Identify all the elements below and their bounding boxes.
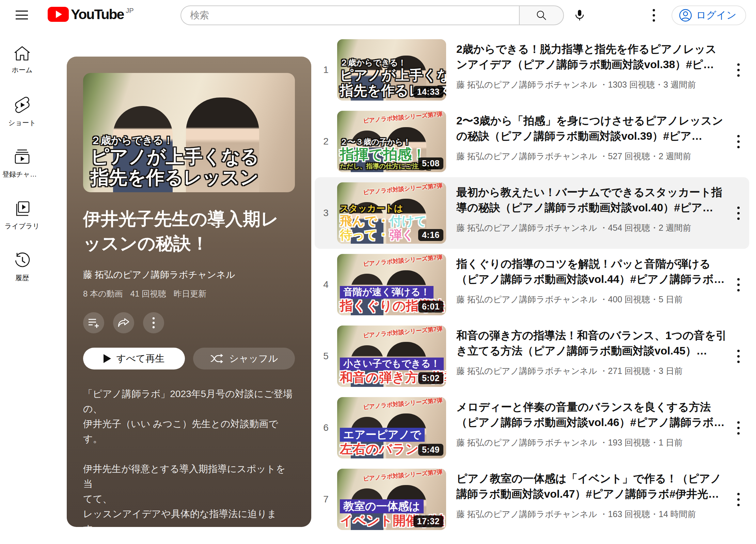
playlist-description[interactable]: 「ピアノ講師ラボ」2023年5月号の対談にご登場 の、 伊井光子（いい みつこ）… (83, 387, 294, 537)
video-index: 6 (315, 422, 337, 433)
video-thumbnail[interactable]: ピアノラボ対談シリーズ第7弾 エアーピアノで左右のバランス 5:49 (337, 397, 446, 458)
video-info: 最初から教えたい！バーナムでできるスタッカート指導の秘訣（ピアノ講師ラボ動画対談… (456, 177, 727, 249)
video-meta[interactable]: 藤 拓弘のピアノ講師ラボチャンネル ・193 回視聴・1 日前 (456, 437, 727, 448)
video-meta[interactable]: 藤 拓弘のピアノ講師ラボチャンネル ・163 回視聴・14 時間前 (456, 509, 727, 520)
subscriptions-icon (14, 149, 30, 165)
video-meta[interactable]: 藤 拓弘のピアノ講師ラボチャンネル ・271 回視聴・3 日前 (456, 365, 727, 377)
video-thumbnail[interactable]: ピアノラボ対談シリーズ第7弾 音階が速く弾ける！指くぐりの指導法 6:01 (337, 254, 446, 315)
playlist-updated: 昨日更新 (174, 288, 206, 299)
video-title[interactable]: 和音の弾き方の指導法！和音のバランス、1つの音を引き立てる方法（ピアノ講師ラボ動… (456, 328, 727, 359)
video-duration-badge: 4:16 (418, 229, 443, 241)
video-row[interactable]: 4 ピアノラボ対談シリーズ第7弾 音階が速く弾ける！指くぐりの指導法 6:01 … (315, 249, 749, 320)
playlist-action-row (83, 312, 295, 333)
youtube-wordmark: YouTube (71, 7, 124, 22)
sidebar-item-home[interactable]: ホーム (0, 34, 44, 86)
video-row[interactable]: 2 ピアノラボ対談シリーズ第7弾 ２〜３歳の子から！指揮で拍感！ただし、指導の仕… (315, 106, 749, 177)
guide-menu-button[interactable] (16, 9, 29, 21)
video-title[interactable]: 2歳からできる！脱力指導と指先を作るピアノレッスンアイデア（ピアノ講師ラボ動画対… (456, 42, 727, 72)
video-menu-button[interactable] (727, 275, 749, 295)
video-thumbnail[interactable]: ２歳からできる！ピアノが上手くなる指先を作るレッスン 14:33 (337, 39, 446, 101)
video-row[interactable]: 5 ピアノラボ対談シリーズ第7弾 小さい子でもできる！和音の弾き方の指導 5:0… (315, 320, 749, 392)
sidebar-item-history[interactable]: 履歴 (0, 241, 44, 293)
search-box[interactable] (180, 5, 519, 25)
library-icon (14, 200, 30, 217)
shuffle-button[interactable]: シャッフル (193, 348, 295, 369)
video-title[interactable]: ピアノ教室の一体感は「イベント」で作る！（ピアノ講師ラボ動画対談vol.47）#… (456, 471, 727, 502)
playlist-add-icon (88, 318, 99, 328)
login-label: ログイン (696, 9, 737, 22)
guide-sidebar: ホーム ショート 登録チャン... ライブラリ 履歴 (0, 34, 44, 293)
video-info: 指くぐりの指導のコツを解説！パッと音階が弾ける（ピアノ講師ラボ動画対談vol.4… (456, 249, 727, 320)
play-icon (104, 354, 111, 363)
sidebar-item-subscriptions[interactable]: 登録チャン... (0, 138, 44, 190)
search-button[interactable] (519, 5, 564, 25)
thumbnail-series-badge: ピアノラボ対談シリーズ第7弾 (363, 469, 443, 483)
video-menu-button[interactable] (727, 60, 749, 80)
video-row[interactable]: 7 ピアノラボ対談シリーズ第7弾 教室の一体感はイベント開催が鍵 17:32 ピ… (315, 464, 749, 535)
shuffle-label: シャッフル (229, 352, 278, 365)
video-info: メロディーと伴奏の音量のバランスを良くする方法（ピアノ講師ラボ動画対談vol.4… (456, 392, 727, 464)
video-meta[interactable]: 藤 拓弘のピアノ講師ラボチャンネル ・527 回視聴・2 週間前 (456, 151, 727, 162)
youtube-play-icon (48, 7, 69, 22)
region-badge: JP (126, 7, 133, 15)
video-index: 7 (315, 494, 337, 505)
video-index: 4 (315, 279, 337, 290)
video-index: 3 (315, 208, 337, 218)
account-icon (679, 9, 692, 22)
search-input[interactable] (190, 10, 497, 21)
share-button[interactable] (113, 312, 134, 333)
video-row[interactable]: 1 ２歳からできる！ピアノが上手くなる指先を作るレッスン 14:33 2歳からで… (315, 34, 749, 106)
thumbnail-series-badge: ピアノラボ対談シリーズ第7弾 (363, 254, 443, 268)
playlist-more-button[interactable] (143, 312, 164, 333)
top-app-bar: YouTube JP ログイン (0, 0, 756, 30)
microphone-icon (574, 9, 585, 21)
video-title[interactable]: 指くぐりの指導のコツを解説！パッと音階が弾ける（ピアノ講師ラボ動画対談vol.4… (456, 256, 727, 287)
settings-menu-button[interactable] (644, 6, 663, 25)
login-button[interactable]: ログイン (672, 5, 746, 25)
sidebar-label: 登録チャン... (2, 170, 42, 179)
kebab-menu-icon (152, 317, 155, 329)
video-menu-button[interactable] (727, 418, 749, 438)
shuffle-icon (210, 353, 224, 364)
play-all-label: すべて再生 (116, 352, 165, 365)
video-row[interactable]: 3 ピアノラボ対談シリーズ第7弾 スタッカートは飛んで・付けて待って・弾く 4:… (315, 177, 749, 249)
sidebar-item-shorts[interactable]: ショート (0, 86, 44, 138)
video-title[interactable]: 最初から教えたい！バーナムでできるスタッカート指導の秘訣（ピアノ講師ラボ動画対談… (456, 185, 727, 215)
playlist-view-count: 41 回視聴 (130, 288, 166, 299)
sidebar-label: ショート (8, 118, 36, 127)
video-thumbnail[interactable]: ピアノラボ対談シリーズ第7弾 教室の一体感はイベント開催が鍵 17:32 (337, 469, 446, 530)
share-icon (117, 317, 130, 328)
video-title[interactable]: 2〜3歳から「拍感」を身につけさせるピアノレッスンの秘訣（ピアノ講師ラボ動画対談… (456, 113, 727, 144)
video-title[interactable]: メロディーと伴奏の音量のバランスを良くする方法（ピアノ講師ラボ動画対談vol.4… (456, 399, 727, 430)
shorts-icon (15, 96, 30, 114)
video-duration-badge: 6:01 (418, 301, 443, 313)
video-menu-button[interactable] (727, 346, 749, 366)
video-info: 2〜3歳から「拍感」を身につけさせるピアノレッスンの秘訣（ピアノ講師ラボ動画対談… (456, 106, 727, 177)
voice-search-button[interactable] (570, 6, 589, 25)
video-meta[interactable]: 藤 拓弘のピアノ講師ラボチャンネル ・454 回視聴・2 週間前 (456, 222, 727, 233)
youtube-logo[interactable]: YouTube JP (48, 7, 134, 22)
thumbnail-series-badge: ピアノラボ対談シリーズ第7弾 (363, 397, 443, 411)
video-menu-button[interactable] (727, 203, 749, 223)
playlist-hero-thumbnail[interactable]: ２歳からできる！ピアノが上手くなる指先を作るレッスン (83, 73, 295, 192)
video-thumbnail[interactable]: ピアノラボ対談シリーズ第7弾 ２〜３歳の子から！指揮で拍感！ただし、指導の仕方に… (337, 111, 446, 172)
thumbnail-overlay-text: スタッカートは飛んで・付けて待って・弾く (340, 203, 427, 242)
video-row[interactable]: 6 ピアノラボ対談シリーズ第7弾 エアーピアノで左右のバランス 5:49 メロデ… (315, 392, 749, 464)
video-meta[interactable]: 藤 拓弘のピアノ講師ラボチャンネル ・400 回視聴・5 日前 (456, 294, 727, 305)
video-meta[interactable]: 藤 拓弘のピアノ講師ラボチャンネル ・1303 回視聴・3 週間前 (456, 79, 727, 90)
video-thumbnail[interactable]: ピアノラボ対談シリーズ第7弾 小さい子でもできる！和音の弾き方の指導 5:02 (337, 326, 446, 387)
video-menu-button[interactable] (727, 489, 749, 510)
history-icon (14, 252, 31, 269)
video-menu-button[interactable] (727, 132, 749, 152)
sidebar-item-library[interactable]: ライブラリ (0, 190, 44, 241)
video-duration-badge: 17:32 (413, 515, 443, 527)
video-index: 5 (315, 351, 337, 362)
video-thumbnail[interactable]: ピアノラボ対談シリーズ第7弾 スタッカートは飛んで・付けて待って・弾く 4:16 (337, 182, 446, 244)
save-playlist-button[interactable] (83, 312, 104, 333)
video-duration-badge: 5:49 (418, 444, 443, 456)
video-duration-badge: 5:02 (418, 372, 443, 384)
thumbnail-series-badge: ピアノラボ対談シリーズ第7弾 (363, 111, 443, 125)
play-all-button[interactable]: すべて再生 (83, 348, 185, 369)
sidebar-label: 履歴 (15, 273, 29, 283)
playlist-channel-name[interactable]: 藤 拓弘のピアノ講師ラボチャンネル (83, 269, 295, 281)
